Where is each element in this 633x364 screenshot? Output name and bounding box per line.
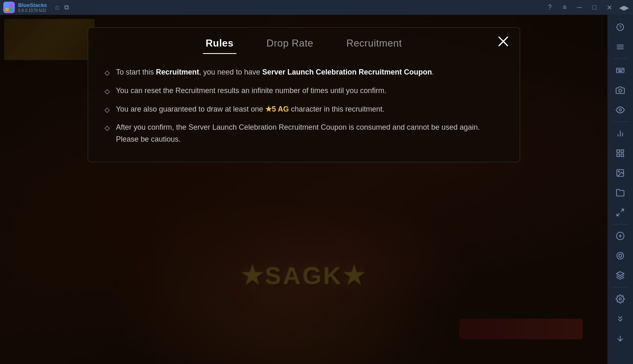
app-info: BlueStacks 5.8.0.1079 N32 — [18, 2, 47, 13]
tab-bar: Rules Drop Rate Recruitment — [88, 28, 520, 54]
highlight-coupon: Server Launch Celebration Recruitment Co… — [262, 68, 432, 76]
game-area: ★SAGK★ Rules Drop Rate Recruitment — [0, 15, 607, 364]
bullet-3: ◇ — [105, 105, 110, 115]
main-layout: ★SAGK★ Rules Drop Rate Recruitment — [0, 15, 633, 364]
svg-point-32 — [619, 254, 621, 257]
sidebar-camera-icon[interactable] — [611, 81, 629, 99]
close-button[interactable]: ✕ — [603, 2, 615, 13]
app-name: BlueStacks — [18, 2, 47, 9]
rule-text-4: After you confirm, the Server Launch Cel… — [116, 121, 499, 145]
highlight-recruitment: Recruitment — [156, 68, 199, 76]
svg-rect-23 — [621, 154, 624, 156]
svg-rect-22 — [617, 154, 619, 156]
sidebar-divider-1 — [613, 58, 628, 59]
rule-item-3: ◇ You are also guaranteed to draw at lea… — [105, 103, 499, 115]
bullet-1: ◇ — [105, 68, 110, 78]
modal-close-button[interactable] — [495, 33, 512, 49]
svg-rect-20 — [617, 150, 619, 152]
modal-overlay: Rules Drop Rate Recruitment ◇ To st — [0, 15, 607, 364]
window-controls: ? ≡ ─ □ ✕ ◀▶ — [544, 2, 630, 13]
svg-point-16 — [619, 109, 621, 111]
titlebar-nav: ⌂ ⧉ — [55, 4, 69, 11]
svg-point-31 — [617, 252, 624, 259]
menu-button[interactable]: ≡ — [559, 2, 570, 13]
sidebar-keyboard2-icon[interactable] — [611, 310, 629, 328]
rule-item-4: ◇ After you confirm, the Server Launch C… — [105, 121, 499, 145]
sidebar-divider-4 — [613, 287, 628, 287]
minimize-button[interactable]: ─ — [574, 2, 585, 13]
sidebar-layers-icon[interactable] — [611, 266, 629, 285]
svg-rect-3 — [9, 8, 13, 11]
titlebar: BlueStacks 5.8.0.1079 N32 ⌂ ⧉ ? ≡ ─ □ ✕ … — [0, 0, 633, 15]
svg-rect-9 — [617, 68, 624, 73]
sidebar-divider-3 — [613, 224, 628, 224]
app-logo — [3, 2, 15, 13]
svg-point-25 — [618, 171, 619, 172]
sidebar-locate-icon[interactable] — [611, 227, 629, 245]
tab-drop-rate[interactable]: Drop Rate — [266, 37, 313, 54]
layers-icon[interactable]: ⧉ — [64, 4, 69, 11]
tab-recruitment[interactable]: Recruitment — [346, 37, 402, 54]
sidebar-keyboard-icon[interactable] — [611, 61, 629, 79]
svg-rect-1 — [9, 4, 13, 7]
help-button[interactable]: ? — [544, 2, 556, 13]
sidebar-menu-icon[interactable] — [611, 38, 629, 56]
bullet-2: ◇ — [105, 86, 110, 97]
sidebar-chart-icon[interactable] — [611, 124, 629, 142]
sidebar-eye-icon[interactable] — [611, 101, 629, 119]
close-x-icon — [497, 34, 510, 47]
app-version: 5.8.0.1079 N32 — [18, 8, 47, 13]
svg-point-15 — [619, 89, 621, 92]
svg-text:?: ? — [619, 25, 622, 30]
sidebar-camera2-icon[interactable] — [611, 247, 629, 265]
tab-rules[interactable]: Rules — [206, 37, 234, 54]
sidebar-photo-icon[interactable] — [611, 164, 629, 182]
rules-list: ◇ To start this Recruitment, you need to… — [105, 66, 499, 145]
svg-point-34 — [619, 298, 621, 300]
sidebar-arrows-icon[interactable] — [611, 203, 629, 222]
rule-text-1: To start this Recruitment, you need to h… — [116, 66, 434, 78]
rule-item-1: ◇ To start this Recruitment, you need to… — [105, 66, 499, 78]
rules-modal: Rules Drop Rate Recruitment ◇ To st — [88, 27, 520, 162]
home-icon[interactable]: ⌂ — [55, 4, 59, 11]
rule-item-2: ◇ You can reset the Recruitment results … — [105, 85, 499, 97]
bullet-4: ◇ — [105, 123, 110, 133]
svg-rect-0 — [5, 4, 9, 7]
maximize-button[interactable]: □ — [589, 2, 600, 13]
svg-rect-2 — [5, 8, 9, 11]
sidebar-settings-icon[interactable] — [611, 290, 629, 308]
sidebar-help-icon[interactable]: ? — [611, 18, 629, 36]
svg-line-26 — [621, 209, 624, 212]
tab-content-rules: ◇ To start this Recruitment, you need to… — [88, 54, 520, 162]
sidebar-folder-icon[interactable] — [611, 184, 629, 202]
restore-button[interactable]: ◀▶ — [618, 2, 630, 13]
right-sidebar: ? — [607, 15, 633, 364]
rule-text-3: You are also guaranteed to draw at least… — [116, 103, 385, 115]
svg-marker-33 — [617, 272, 624, 275]
svg-line-27 — [617, 213, 619, 216]
rule-text-2: You can reset the Recruitment results an… — [116, 85, 387, 97]
sidebar-scroll-icon[interactable] — [611, 329, 629, 348]
svg-rect-21 — [621, 150, 624, 152]
sidebar-grid-icon[interactable] — [611, 144, 629, 162]
sidebar-divider-2 — [613, 121, 628, 122]
highlight-star-ag: ★5 AG — [265, 105, 289, 113]
